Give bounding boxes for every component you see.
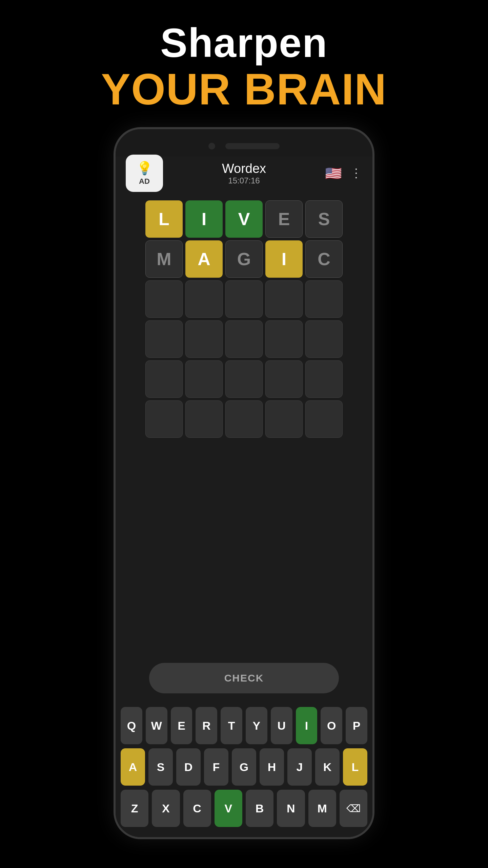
keyboard-row-2: ZXCVBNM⌫ <box>121 790 367 827</box>
app-header: 💡 AD Wordex 15:07:16 🇺🇸 ⋮ <box>116 156 372 190</box>
key-D[interactable]: D <box>176 748 201 786</box>
ad-label: AD <box>139 177 150 186</box>
key-K[interactable]: K <box>315 748 340 786</box>
key-N[interactable]: N <box>277 790 305 827</box>
key-⌫[interactable]: ⌫ <box>340 790 367 827</box>
key-P[interactable]: P <box>346 707 367 744</box>
grid-cell-4-4 <box>305 360 343 398</box>
grid-cell-4-0 <box>145 360 183 398</box>
lightbulb-icon: 💡 <box>137 161 152 176</box>
key-T[interactable]: T <box>221 707 242 744</box>
grid-cell-1-1: A <box>185 240 223 278</box>
key-M[interactable]: M <box>308 790 336 827</box>
grid-cell-3-0 <box>145 320 183 358</box>
keyboard-row-0: QWERTYUIOP <box>121 707 367 744</box>
grid-cell-4-3 <box>265 360 303 398</box>
check-label: CHECK <box>224 672 264 684</box>
grid-cell-5-2 <box>225 400 263 438</box>
grid-cell-1-3: I <box>265 240 303 278</box>
grid-cell-5-1 <box>185 400 223 438</box>
key-A[interactable]: A <box>121 748 145 786</box>
grid-cell-0-2: V <box>225 200 263 238</box>
key-I[interactable]: I <box>296 707 318 744</box>
key-O[interactable]: O <box>321 707 342 744</box>
app-content: 💡 AD Wordex 15:07:16 🇺🇸 ⋮ LIVESMAGIC CHE… <box>116 156 372 837</box>
grid-cell-4-1 <box>185 360 223 398</box>
phone-top <box>116 129 372 156</box>
app-header-right: 🇺🇸 ⋮ <box>325 165 362 181</box>
grid-cell-3-2 <box>225 320 263 358</box>
phone-speaker <box>225 143 280 149</box>
grid-cell-2-2 <box>225 280 263 318</box>
grid-cell-3-4 <box>305 320 343 358</box>
keyboard-row-1: ASDFGHJKL <box>121 748 367 786</box>
key-H[interactable]: H <box>260 748 284 786</box>
app-timer: 15:07:16 <box>228 176 260 185</box>
grid-cell-5-4 <box>305 400 343 438</box>
grid-cell-5-3 <box>265 400 303 438</box>
key-C[interactable]: C <box>183 790 211 827</box>
key-Y[interactable]: Y <box>246 707 267 744</box>
grid-cell-1-0: M <box>145 240 183 278</box>
grid-cell-1-2: G <box>225 240 263 278</box>
key-R[interactable]: R <box>196 707 217 744</box>
key-S[interactable]: S <box>148 748 173 786</box>
key-Q[interactable]: Q <box>121 707 142 744</box>
grid-cell-1-4: C <box>305 240 343 278</box>
key-J[interactable]: J <box>287 748 312 786</box>
key-Z[interactable]: Z <box>121 790 148 827</box>
grid-cell-5-0 <box>145 400 183 438</box>
sharpen-text: Sharpen <box>0 20 488 65</box>
app-title: Wordex <box>222 161 266 176</box>
header-section: Sharpen YOUR BRAIN <box>0 0 488 127</box>
game-grid: LIVESMAGIC <box>145 200 343 653</box>
flag-icon: 🇺🇸 <box>325 165 342 181</box>
key-E[interactable]: E <box>171 707 192 744</box>
grid-cell-0-4: S <box>305 200 343 238</box>
grid-cell-0-1: I <box>185 200 223 238</box>
check-button-container: CHECK <box>116 663 372 704</box>
grid-cell-4-2 <box>225 360 263 398</box>
brain-text: YOUR BRAIN <box>0 65 488 114</box>
key-V[interactable]: V <box>215 790 242 827</box>
grid-cell-2-0 <box>145 280 183 318</box>
key-B[interactable]: B <box>246 790 273 827</box>
grid-cell-2-4 <box>305 280 343 318</box>
check-button[interactable]: CHECK <box>149 663 339 693</box>
grid-cell-2-3 <box>265 280 303 318</box>
grid-cell-0-3: E <box>265 200 303 238</box>
key-U[interactable]: U <box>271 707 292 744</box>
grid-cell-3-3 <box>265 320 303 358</box>
grid-cell-0-0: L <box>145 200 183 238</box>
app-title-section: Wordex 15:07:16 <box>222 161 266 185</box>
key-W[interactable]: W <box>146 707 167 744</box>
key-X[interactable]: X <box>152 790 180 827</box>
key-L[interactable]: L <box>343 748 367 786</box>
grid-cell-2-1 <box>185 280 223 318</box>
keyboard: QWERTYUIOPASDFGHJKLZXCVBNM⌫ <box>116 704 372 837</box>
game-grid-container: LIVESMAGIC <box>116 190 372 663</box>
grid-cell-3-1 <box>185 320 223 358</box>
phone-camera <box>208 143 215 150</box>
key-G[interactable]: G <box>232 748 256 786</box>
phone-frame: 💡 AD Wordex 15:07:16 🇺🇸 ⋮ LIVESMAGIC CHE… <box>114 127 374 839</box>
ad-button[interactable]: 💡 AD <box>126 155 163 192</box>
menu-icon[interactable]: ⋮ <box>350 166 362 180</box>
key-F[interactable]: F <box>204 748 228 786</box>
